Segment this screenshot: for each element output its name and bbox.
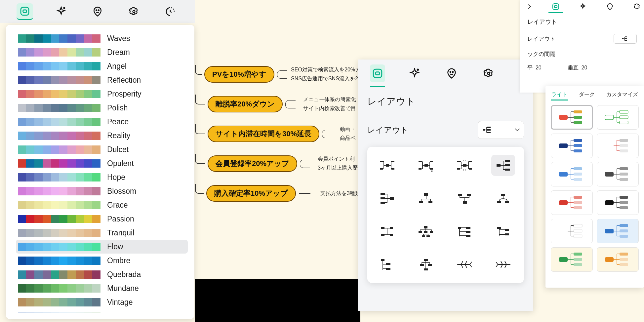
mindmap-child[interactable]: 会員ポイント利 xyxy=(318,156,358,163)
smile-pin-icon[interactable] xyxy=(444,64,459,82)
swatch xyxy=(92,201,101,209)
layout-option[interactable] xyxy=(453,188,476,209)
svg-rect-33 xyxy=(505,164,510,166)
theme-tab[interactable]: カスタマイズ xyxy=(606,90,639,101)
right-panel-title: レイアウト xyxy=(527,18,637,26)
theme-tab[interactable]: ライト xyxy=(551,90,568,101)
swatch xyxy=(92,76,101,84)
mindmap-child[interactable]: 動画・ xyxy=(340,126,356,133)
palette-row[interactable]: Flow xyxy=(16,240,188,254)
palette-row[interactable]: Opulent xyxy=(16,156,188,170)
palette-row[interactable]: Blossom xyxy=(16,184,188,198)
palette-row[interactable]: Mundane xyxy=(16,281,188,295)
layout-option[interactable] xyxy=(491,155,515,176)
theme-thumbnail[interactable] xyxy=(597,162,639,186)
format-tab-icon[interactable] xyxy=(370,64,385,82)
layout-option[interactable] xyxy=(491,254,515,275)
palette-row[interactable]: Grace xyxy=(16,198,188,212)
clock-dashed-icon[interactable] xyxy=(162,3,179,20)
layout-option[interactable] xyxy=(375,188,399,209)
mindmap-node[interactable]: サイト内滞在時間を30%延長 xyxy=(208,126,319,142)
swatch xyxy=(43,132,51,140)
palette-row[interactable]: Angel xyxy=(16,59,188,73)
layout-option[interactable] xyxy=(414,221,438,242)
mindmap-child[interactable]: サイト内検索改善で目 xyxy=(303,105,356,112)
theme-tab[interactable]: ダーク xyxy=(578,90,595,101)
theme-thumbnail[interactable] xyxy=(597,247,639,272)
layout-option[interactable] xyxy=(375,221,399,242)
palette-row[interactable]: Peace xyxy=(16,115,188,129)
palette-row[interactable]: Hope xyxy=(16,170,188,184)
mindmap-child[interactable]: SEO対策で検索流入を20%ア xyxy=(291,66,360,73)
palette-row[interactable]: Dulcet xyxy=(16,142,188,156)
svg-rect-102 xyxy=(620,173,628,176)
svg-rect-96 xyxy=(559,172,568,177)
swatch xyxy=(59,229,67,237)
palette-row[interactable]: Prosperity xyxy=(16,87,188,101)
flower-icon[interactable] xyxy=(481,64,496,82)
theme-thumbnail[interactable] xyxy=(597,105,639,130)
layout-option[interactable] xyxy=(453,254,476,275)
swatch xyxy=(84,34,92,43)
layout-option[interactable] xyxy=(491,221,515,242)
mindmap-node[interactable]: PVを10%増やす xyxy=(204,66,274,83)
mindmap-node[interactable]: 離脱率20%ダウン xyxy=(208,96,283,112)
palette-list[interactable]: WavesDreamAngelReflectionProsperityPolis… xyxy=(16,31,191,312)
spacing-h-value[interactable]: 20 xyxy=(536,65,542,70)
theme-thumbnail[interactable] xyxy=(551,247,593,272)
sparkle-icon[interactable] xyxy=(578,1,588,12)
flower-icon[interactable] xyxy=(126,3,142,20)
mindmap-child[interactable]: 3ヶ月以上購入歴 xyxy=(318,165,358,172)
format-tab-icon[interactable] xyxy=(17,3,33,20)
layout-option[interactable] xyxy=(414,188,438,209)
collapse-icon[interactable] xyxy=(523,1,534,12)
swatch xyxy=(34,132,43,140)
layout-option[interactable] xyxy=(453,221,476,242)
mindmap-node[interactable]: 会員登録率20%アップ xyxy=(208,155,297,172)
sparkle-icon[interactable] xyxy=(53,3,69,20)
theme-thumbnail[interactable] xyxy=(551,162,593,186)
palette-name: Dulcet xyxy=(107,145,129,154)
theme-thumbnail[interactable] xyxy=(551,190,593,215)
palette-row[interactable]: Vintage xyxy=(16,295,188,309)
swatch xyxy=(18,104,26,112)
mindmap-node[interactable]: 購入確定率10%アップ xyxy=(206,185,296,202)
palette-row[interactable]: Dream xyxy=(16,45,188,59)
palette-row[interactable]: Ombre xyxy=(16,254,188,267)
palette-row[interactable]: Waves xyxy=(16,31,188,45)
layout-option[interactable] xyxy=(375,155,399,176)
palette-row[interactable]: Reflection xyxy=(16,73,188,87)
palette-row[interactable]: Melody xyxy=(16,309,188,312)
layout-option[interactable] xyxy=(453,155,476,176)
format-tab-icon[interactable] xyxy=(550,1,561,12)
layout-option[interactable] xyxy=(491,188,515,209)
theme-thumbnail[interactable] xyxy=(597,134,639,158)
theme-thumbnail[interactable] xyxy=(551,134,593,158)
theme-thumbnail[interactable] xyxy=(597,190,639,215)
layout-option[interactable] xyxy=(414,155,438,176)
swatch xyxy=(34,229,43,237)
layout-option[interactable] xyxy=(414,254,438,275)
theme-thumbnail[interactable] xyxy=(551,219,593,243)
palette-row[interactable]: Tranquil xyxy=(16,226,188,240)
theme-thumbnail[interactable] xyxy=(597,219,639,243)
mindmap-child[interactable]: 支払方法を3種類 xyxy=(320,190,360,197)
palette-row[interactable]: Reality xyxy=(16,129,188,142)
layout-select[interactable] xyxy=(478,121,524,139)
palette-row[interactable]: Quebrada xyxy=(16,267,188,281)
mindmap-child[interactable]: メニュー体系の簡素化 xyxy=(303,96,356,103)
palette-row[interactable]: Polish xyxy=(16,101,188,115)
swatch xyxy=(76,284,84,293)
layout-option[interactable] xyxy=(375,254,399,275)
spacing-v-value[interactable]: 20 xyxy=(582,65,587,70)
smile-pin-icon[interactable] xyxy=(605,1,615,12)
smile-pin-icon[interactable] xyxy=(89,3,106,20)
swatch xyxy=(51,173,59,181)
palette-row[interactable]: Passion xyxy=(16,212,188,226)
theme-thumbnail[interactable] xyxy=(551,105,593,130)
mindmap-child[interactable]: SNS広告運用でSNS流入を2 xyxy=(291,75,360,82)
flower-icon[interactable] xyxy=(632,1,642,12)
mindmap-child[interactable]: 商品ペ xyxy=(340,135,356,142)
sparkle-icon[interactable] xyxy=(407,64,422,82)
layout-mini-select[interactable] xyxy=(614,34,637,44)
